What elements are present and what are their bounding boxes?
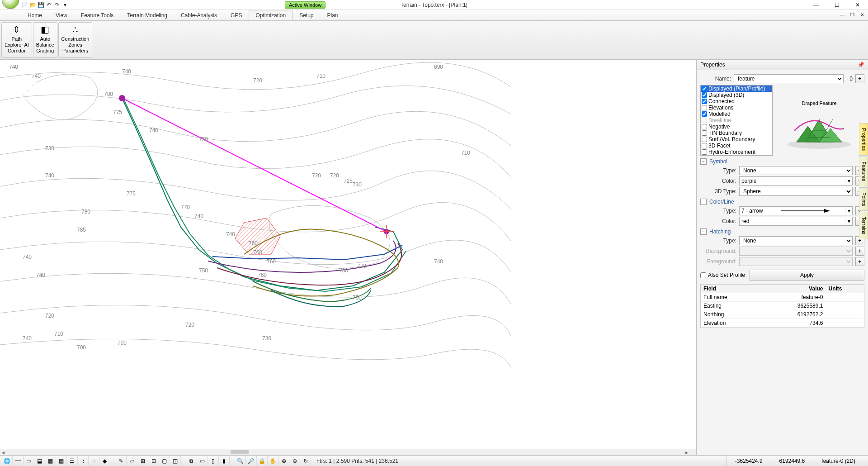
plan-viewport[interactable]: 7407407407757807107206907407507207207257… <box>0 60 696 455</box>
check-elevations[interactable]: Elevations <box>701 105 772 111</box>
tab-optimization[interactable]: Optimization <box>249 10 292 20</box>
table-row[interactable]: Easting-3625589.1 <box>701 302 864 310</box>
tab-feature-tools[interactable]: Feature Tools <box>74 10 121 20</box>
scroll-thumb[interactable] <box>231 450 249 454</box>
hatching-bg-add-button[interactable]: + <box>855 247 864 256</box>
svg-text:760: 760 <box>253 249 262 256</box>
check-connected[interactable]: Connected <box>701 98 772 105</box>
window-2-icon[interactable]: ▯ <box>208 456 219 466</box>
redo-icon[interactable]: ↷ <box>53 1 61 9</box>
undo-icon[interactable]: ↶ <box>45 1 52 9</box>
chevron-down-icon[interactable]: ▾ <box>845 218 852 224</box>
table-row[interactable]: Elevation734.6 <box>701 319 864 328</box>
minimize-button[interactable]: — <box>806 0 826 10</box>
window-3-icon[interactable]: ▮ <box>219 456 230 466</box>
tab-gps[interactable]: GPS <box>224 10 249 20</box>
profile-icon[interactable]: 〰 <box>13 456 24 466</box>
table-row[interactable]: Full namefeature-0 <box>701 293 864 302</box>
line-type-select[interactable]: 7 - arrow ▾ <box>739 206 853 215</box>
collapse-hatching-button[interactable]: − <box>700 228 707 235</box>
save-icon[interactable]: 💾 <box>37 1 44 9</box>
tab-setup[interactable]: Setup <box>292 10 320 20</box>
ribbon-auto[interactable]: ◧AutoBalanceGrading <box>33 22 57 58</box>
add-feature-button[interactable]: + <box>855 74 864 83</box>
symbol-3dtype-select[interactable]: Sphere <box>739 187 853 196</box>
table-icon[interactable]: ▤ <box>56 456 67 466</box>
list-icon[interactable]: ☰ <box>67 456 78 466</box>
window-1-icon[interactable]: ▭ <box>197 456 208 466</box>
zoom-window-icon[interactable]: 🔎 <box>246 456 257 466</box>
close-button[interactable]: ✕ <box>847 0 868 10</box>
ribbon-construction[interactable]: ⛬ConstructionZonesParameters <box>58 22 93 58</box>
qat-dropdown-icon[interactable]: ▾ <box>61 1 69 9</box>
tool-icon-5[interactable]: ▢ <box>159 456 170 466</box>
scroll-right-icon[interactable]: ▸ <box>684 449 690 455</box>
tab-cable-analysis[interactable]: Cable-Analysis <box>174 10 224 20</box>
contours-icon[interactable]: ⌇ <box>78 456 89 466</box>
ribbon-path[interactable]: ⇕PathExplorer AICorridor <box>1 22 32 58</box>
surface-icon[interactable]: ◆ <box>99 456 110 466</box>
globe-icon[interactable]: 🌐 <box>2 456 13 466</box>
svg-text:730: 730 <box>339 267 348 274</box>
check-tin-boundary[interactable]: TIN Boundary <box>701 130 772 136</box>
symbol-color-select[interactable]: purple ▾ <box>739 176 853 185</box>
check-breakline[interactable]: Breakline <box>701 117 772 124</box>
sidetab-terrains[interactable]: Terrains <box>859 212 868 239</box>
chevron-down-icon[interactable]: ▾ <box>845 178 852 184</box>
points-icon[interactable]: ⁘ <box>89 456 99 466</box>
mdi-minimize-icon[interactable]: — <box>838 11 846 18</box>
sidetab-properties[interactable]: Properties <box>859 123 868 156</box>
also-set-profile-checkbox[interactable] <box>700 272 706 278</box>
refresh-icon[interactable]: ↻ <box>300 456 311 466</box>
sidetab-features[interactable]: Features <box>859 157 868 186</box>
pan-icon[interactable]: ✋ <box>268 456 278 466</box>
tool-icon-6[interactable]: ◫ <box>170 456 181 466</box>
zoom-in-icon[interactable]: ⊕ <box>278 456 289 466</box>
check-modelled[interactable]: Modelled <box>701 111 772 117</box>
zoom-fit-icon[interactable]: 🔍 <box>235 456 246 466</box>
check--d-facet[interactable]: 3D Facet <box>701 143 772 149</box>
svg-text:760: 760 <box>258 272 267 278</box>
tool-icon-1[interactable]: ✎ <box>116 456 127 466</box>
property-grid[interactable]: Field Value Units Full namefeature-0East… <box>700 284 864 328</box>
apply-button[interactable]: Apply <box>750 270 864 281</box>
tool-icon-4[interactable]: ⊡ <box>148 456 159 466</box>
check-hydro-enforcement[interactable]: Hydro-Enforcement <box>701 149 772 155</box>
check-surf-vol-boundary[interactable]: Surf./Vol. Boundary <box>701 136 772 143</box>
lock-icon[interactable]: 🔒 <box>257 456 268 466</box>
svg-text:740: 740 <box>23 254 32 260</box>
zoom-out-icon[interactable]: ⊖ <box>289 456 300 466</box>
tab-plan[interactable]: Plan <box>320 10 344 20</box>
hatching-fg-add-button[interactable]: + <box>855 257 864 266</box>
open-icon[interactable]: 📂 <box>29 1 36 9</box>
3d-icon[interactable]: ⬓ <box>34 456 45 466</box>
grid-icon[interactable]: ▦ <box>45 456 56 466</box>
chevron-down-icon[interactable]: ▾ <box>845 208 852 214</box>
check-negative[interactable]: Negative <box>701 124 772 130</box>
line-color-select[interactable]: red ▾ <box>739 217 853 226</box>
display-options-list[interactable]: Displayed (Plan/Profile)Displayed (3D)Co… <box>700 85 773 156</box>
scroll-left-icon[interactable]: ◂ <box>0 449 6 455</box>
tab-view[interactable]: View <box>49 10 74 20</box>
horizontal-scrollbar[interactable]: ◂ ▸ <box>0 449 690 455</box>
tab-home[interactable]: Home <box>21 10 49 20</box>
mdi-restore-icon[interactable]: ❐ <box>848 11 856 18</box>
collapse-colorline-button[interactable]: − <box>700 199 707 205</box>
new-icon[interactable]: 📄 <box>21 1 28 9</box>
tab-terrain-modeling[interactable]: Terrain Modeling <box>120 10 174 20</box>
check-displayed-d-[interactable]: Displayed (3D) <box>701 92 772 98</box>
pin-icon[interactable]: 📌 <box>858 62 864 68</box>
copy-icon[interactable]: ⧉ <box>186 456 197 466</box>
check-displayed-plan-profile-[interactable]: Displayed (Plan/Profile) <box>701 86 772 92</box>
maximize-button[interactable]: ☐ <box>826 0 847 10</box>
table-row[interactable]: Northing6192762.2 <box>701 310 864 319</box>
box-icon[interactable]: ▭ <box>24 456 34 466</box>
hatching-type-select[interactable]: None <box>739 236 853 245</box>
tool-icon-2[interactable]: ▱ <box>127 456 137 466</box>
sidetab-points[interactable]: Points <box>859 187 868 211</box>
mdi-close-icon[interactable]: ✕ <box>858 11 866 18</box>
tool-icon-3[interactable]: ⊞ <box>137 456 148 466</box>
symbol-type-select[interactable]: None <box>739 166 853 175</box>
collapse-symbol-button[interactable]: − <box>700 158 707 165</box>
name-select[interactable]: feature <box>734 74 844 83</box>
